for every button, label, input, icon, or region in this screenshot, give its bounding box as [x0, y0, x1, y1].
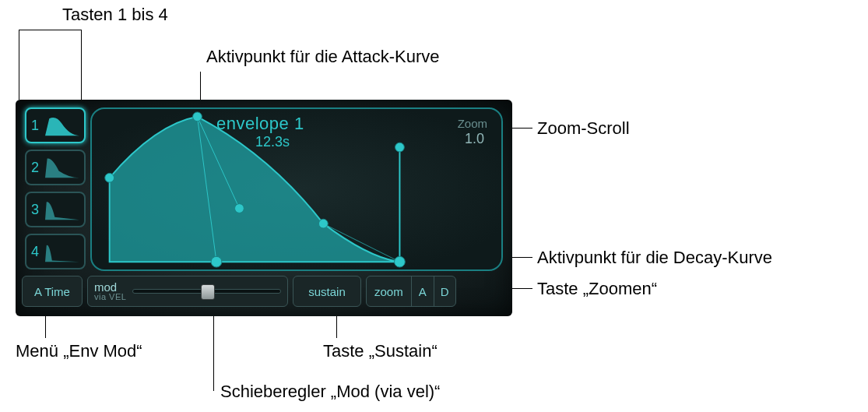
mod-label: mod	[94, 281, 126, 293]
preset-number: 2	[31, 160, 44, 176]
preset-thumb-icon	[45, 198, 79, 221]
preset-number: 3	[31, 202, 44, 218]
envelope-panel: 1 2 3 4 envelope 1 12.3s Zoom	[16, 100, 512, 316]
callout-env-mod-menu: Menü „Env Mod“	[16, 341, 142, 361]
slider-thumb-icon[interactable]	[201, 284, 215, 300]
envelope-node-release[interactable]	[395, 143, 405, 152]
callout-mod-slider: Schieberegler „Mod (via vel)“	[220, 382, 440, 402]
preset-column: 1 2 3 4	[25, 107, 87, 276]
zoom-a-button[interactable]: A	[412, 276, 434, 306]
preset-thumb-icon	[45, 156, 79, 179]
zoom-button-group: zoom A D	[366, 276, 456, 307]
decay-curve-hotspot[interactable]	[395, 256, 406, 267]
preset-button-4[interactable]: 4	[25, 234, 86, 269]
sustain-button[interactable]: sustain	[293, 276, 361, 307]
env-mod-menu[interactable]: A Time	[22, 276, 83, 307]
preset-thumb-icon	[45, 114, 79, 137]
preset-button-2[interactable]: 2	[25, 150, 86, 185]
envelope-node-peak[interactable]	[193, 112, 202, 121]
preset-number: 1	[31, 118, 44, 134]
zoom-button[interactable]: zoom	[367, 276, 412, 306]
envelope-node-start[interactable]	[105, 173, 114, 182]
callout-zoom-button: Taste „Zoomen“	[537, 279, 657, 299]
envelope-display[interactable]: envelope 1 12.3s Zoom 1.0	[90, 107, 503, 271]
bottom-controls: A Time mod via VEL sustain zoom A D	[22, 273, 506, 310]
preset-number: 4	[31, 244, 44, 260]
callout-zoom-scroll: Zoom-Scroll	[537, 118, 630, 139]
callout-attack-point: Aktivpunkt für die Attack-Kurve	[206, 47, 440, 67]
callout-sustain-button: Taste „Sustain“	[323, 341, 438, 361]
zoom-d-button[interactable]: D	[434, 276, 455, 306]
envelope-node-decay-handle[interactable]	[318, 219, 328, 228]
envelope-node-handle[interactable]	[235, 204, 244, 213]
mod-sublabel: via VEL	[94, 293, 126, 301]
attack-curve-hotspot[interactable]	[211, 256, 222, 267]
mod-via-vel-slider[interactable]	[132, 289, 281, 294]
callout-presets: Tasten 1 bis 4	[62, 5, 168, 25]
preset-button-3[interactable]: 3	[25, 192, 86, 227]
preset-thumb-icon	[45, 240, 79, 263]
callout-decay-point: Aktivpunkt für die Decay-Kurve	[537, 248, 772, 268]
mod-via-vel-group: mod via VEL	[87, 276, 288, 307]
envelope-curve[interactable]	[92, 109, 501, 269]
preset-button-1[interactable]: 1	[25, 107, 86, 143]
